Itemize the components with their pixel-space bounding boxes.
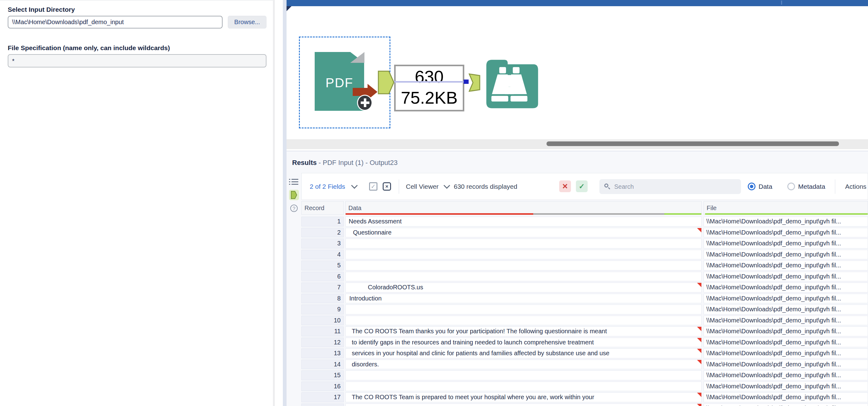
file-path-cell[interactable]: \\Mac\Home\Downloads\pdf_demo_input\gvh … [704,382,868,392]
file-specification-field[interactable] [8,54,267,67]
column-header-file[interactable]: File [704,201,868,215]
search-icon [604,183,608,187]
cell-viewer-dropdown[interactable]: Cell Viewer [406,173,439,200]
data-cell[interactable]: Questionnaire [345,228,702,238]
data-cell[interactable]: Needs Assessment [345,216,702,227]
data-cell[interactable]: services in your hospital and clinic for… [345,348,702,358]
data-cell[interactable]: The CO ROOTS Team thanks you for your pa… [345,326,702,337]
toolbar-separator [399,173,399,200]
panel-divider[interactable] [273,0,275,406]
record-number-cell[interactable]: 5 [301,261,344,270]
file-path-cell[interactable]: \\Mac\Home\Downloads\pdf_demo_input\gvh … [704,228,868,238]
data-cell[interactable] [345,370,702,380]
results-title-bold: Results [292,159,316,167]
column-header-data[interactable]: Data [345,201,702,215]
data-cell[interactable] [345,250,702,260]
fields-dropdown[interactable]: 2 of 2 Fields [310,173,345,200]
data-cell[interactable] [345,382,702,392]
record-number-cell[interactable]: 10 [301,316,344,325]
fields-dropdown-chevron-icon[interactable] [352,173,357,200]
file-path-cell[interactable]: \\Mac\Home\Downloads\pdf_demo_input\gvh … [704,250,868,260]
file-path-cell[interactable]: \\Mac\Home\Downloads\pdf_demo_input\gvh … [704,294,868,303]
record-number-cell[interactable]: 3 [301,239,344,249]
results-table-body[interactable]: 1Needs Assessment\\Mac\Home\Downloads\pd… [301,216,868,406]
record-number-cell[interactable]: 12 [301,338,344,348]
apply-button[interactable]: ✓ [576,180,588,192]
output-anchor-icon[interactable] [378,70,395,94]
file-path-cell[interactable]: \\Mac\Home\Downloads\pdf_demo_input\gvh … [704,216,868,227]
record-number-cell[interactable]: 8 [301,294,344,303]
connection-endpoint-node[interactable] [464,80,469,84]
table-row: 14disorders.\\Mac\Home\Downloads\pdf_dem… [301,359,868,370]
record-number-cell[interactable]: 15 [301,370,344,380]
data-cell[interactable]: ColoradoROOTS.us [345,283,702,292]
record-number-cell[interactable]: 13 [301,348,344,358]
search-input[interactable] [599,179,741,194]
x-square-icon: × [383,182,391,191]
data-cell[interactable] [345,404,702,406]
table-row: 13services in your hospital and clinic f… [301,348,868,358]
record-number-cell[interactable]: 4 [301,250,344,260]
canvas-scrollbar-thumb[interactable] [547,141,839,146]
file-path-cell[interactable]: \\Mac\Home\Downloads\pdf_demo_input\gvh … [704,261,868,270]
data-cell[interactable] [345,316,702,325]
file-path-cell[interactable]: \\Mac\Home\Downloads\pdf_demo_input\gvh … [704,239,868,249]
output-anchor-tab[interactable] [289,190,299,200]
records-displayed-status: 630 records displayed [454,173,517,200]
record-number-cell[interactable]: 18 [301,404,344,406]
connection-record-count-box[interactable]: 630 75.2KB [394,65,464,111]
file-path-cell[interactable]: \\Mac\Home\Downloads\pdf_demo_input\gvh … [704,283,868,292]
record-number-cell[interactable]: 7 [301,283,344,292]
data-cell[interactable] [345,304,702,314]
file-path-cell[interactable]: \\Mac\Home\Downloads\pdf_demo_input\gvh … [704,393,868,402]
dismiss-button[interactable]: ✕ [559,180,571,192]
record-number-cell[interactable]: 1 [301,216,344,227]
browse-button[interactable]: Browse... [228,16,267,28]
table-row: 17The CO ROOTS Team is prepared to meet … [301,393,868,402]
data-cell[interactable]: The CO ROOTS Team is prepared to meet yo… [345,393,702,402]
input-anchor-icon[interactable] [469,73,480,92]
record-number-cell[interactable]: 2 [301,228,344,238]
table-row: 11The CO ROOTS Team thanks you for your … [301,326,868,337]
metadata-radio[interactable]: Metadata [787,173,825,200]
clear-all-fields-button[interactable]: × [383,173,391,200]
help-icon[interactable]: ? [290,205,298,212]
data-radio[interactable]: Data [748,173,772,200]
data-cell[interactable]: disorders. [345,359,702,370]
cell-warning-marker-icon [697,228,702,232]
file-path-cell[interactable]: \\Mac\Home\Downloads\pdf_demo_input\gvh … [704,338,868,348]
table-view-icon[interactable] [289,177,301,185]
file-path-cell[interactable]: \\Mac\Home\Downloads\pdf_demo_input\gvh … [704,359,868,370]
file-path-cell[interactable]: \\Mac\Home\Downloads\pdf_demo_input\gvh … [704,316,868,325]
canvas-top-bar-tick [781,1,782,5]
record-number-cell[interactable]: 16 [301,382,344,392]
column-header-record[interactable]: Record [301,201,344,215]
table-row: 16\\Mac\Home\Downloads\pdf_demo_input\gv… [301,382,868,392]
file-path-cell[interactable]: \\Mac\Home\Downloads\pdf_demo_input\gvh … [704,348,868,358]
record-number-cell[interactable]: 14 [301,359,344,370]
data-cell[interactable] [345,261,702,270]
results-panel-title: Results - PDF Input (1) - Output23 [292,159,398,167]
record-number-cell[interactable]: 11 [301,326,344,337]
data-cell[interactable] [345,272,702,282]
connection-line[interactable] [382,81,468,83]
data-cell[interactable] [345,239,702,249]
file-path-cell[interactable]: \\Mac\Home\Downloads\pdf_demo_input\gvh … [704,304,868,314]
canvas-top-bar [286,0,868,6]
quality-bar-segment [705,213,868,215]
browse-tool[interactable] [484,54,540,111]
data-cell[interactable]: Introduction [345,294,702,303]
file-path-cell[interactable]: \\Mac\Home\Downloads\pdf_demo_input\gvh … [704,326,868,337]
record-number-cell[interactable]: 9 [301,304,344,314]
file-path-cell[interactable]: \\Mac\Home\Downloads\pdf_demo_input\gvh … [704,404,868,406]
select-all-fields-button[interactable]: ✓ [369,173,377,200]
actions-menu[interactable]: Actions [845,173,866,200]
file-path-cell[interactable]: \\Mac\Home\Downloads\pdf_demo_input\gvh … [704,370,868,380]
record-number-cell[interactable]: 17 [301,393,344,402]
canvas-horizontal-scrollbar[interactable] [286,139,868,149]
file-path-cell[interactable]: \\Mac\Home\Downloads\pdf_demo_input\gvh … [704,272,868,282]
input-directory-field[interactable] [8,16,223,28]
cell-viewer-chevron-icon[interactable] [444,173,449,200]
data-cell[interactable]: to identify gaps in the resources and tr… [345,338,702,348]
record-number-cell[interactable]: 6 [301,272,344,282]
